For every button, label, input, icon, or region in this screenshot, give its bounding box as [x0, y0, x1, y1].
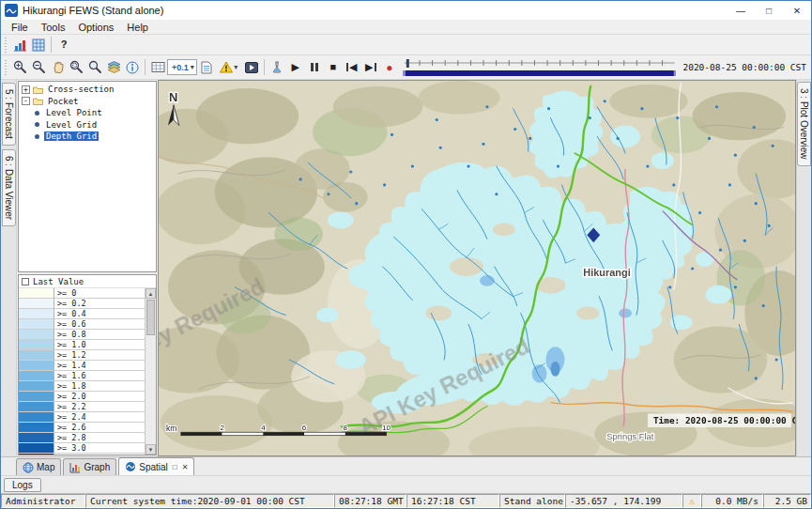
map-display-icon[interactable]: [29, 36, 48, 54]
toolbar-grip[interactable]: [3, 38, 8, 53]
profile-tool-button[interactable]: [268, 58, 286, 77]
legend-row[interactable]: >= 0.2: [19, 299, 145, 309]
minimize-button[interactable]: —: [727, 1, 755, 20]
legend-color-swatch: [19, 319, 54, 330]
scroll-track[interactable]: [146, 299, 156, 444]
legend-row[interactable]: >= 3.2: [19, 454, 145, 455]
legend-row[interactable]: >= 0.6: [19, 319, 145, 330]
layer-node-icon: [35, 134, 39, 139]
menu-help[interactable]: Help: [120, 22, 155, 33]
warning-icon: ⚠: [689, 497, 695, 506]
legend-color-swatch: [19, 433, 54, 443]
classbreak-combobox[interactable]: +0.1 ▾: [167, 59, 197, 75]
zoom-box-button[interactable]: [67, 58, 85, 77]
legend-label: >= 1.6: [54, 371, 145, 381]
pause-button[interactable]: [305, 58, 324, 77]
tab-maximize-icon[interactable]: □: [173, 463, 177, 471]
legend-row[interactable]: >= 2.6: [19, 423, 145, 433]
zoom-extent-button[interactable]: [85, 58, 104, 77]
status-warning[interactable]: ⚠: [682, 494, 701, 508]
legend-label: >= 0.8: [54, 330, 145, 340]
tab-label: Graph: [84, 462, 110, 472]
tab-plot-overview[interactable]: 3 : Plot Overview: [797, 82, 811, 166]
info-button[interactable]: [123, 58, 142, 77]
scroll-down-icon[interactable]: ▼: [146, 444, 156, 455]
legend-row[interactable]: >= 2.8: [19, 433, 145, 443]
legend-row[interactable]: >= 0: [19, 288, 145, 299]
tab-map[interactable]: Map: [16, 458, 61, 475]
legend-row[interactable]: >= 0.4: [19, 309, 145, 319]
legend-row[interactable]: >= 1.2: [19, 350, 145, 361]
tab-spatial[interactable]: Spatial □ ✕: [118, 457, 194, 475]
grid-toggle-button[interactable]: [148, 58, 167, 77]
time-slider[interactable]: [403, 57, 677, 78]
step-to-start-button[interactable]: ◀: [343, 58, 361, 77]
tab-forecast[interactable]: 5 : Forecast: [2, 83, 16, 146]
legend-color-swatch: [19, 381, 54, 392]
toolbar-grip[interactable]: [3, 60, 8, 75]
zoom-in-button[interactable]: [10, 58, 29, 77]
menu-tools[interactable]: Tools: [35, 22, 72, 33]
menu-options[interactable]: Options: [71, 22, 120, 33]
legend-row[interactable]: >= 2.2: [19, 402, 145, 412]
legend-color-swatch: [19, 402, 54, 412]
legend-label: >= 1.2: [54, 350, 145, 361]
tree-item-level-grid[interactable]: Level Grid: [19, 119, 156, 131]
record-button[interactable]: ●: [380, 58, 399, 77]
zoom-out-button[interactable]: [29, 58, 48, 77]
map-viewport[interactable]: API Key Required API Key Required Hikura…: [158, 80, 796, 456]
legend-list: >= 0>= 0.2>= 0.4>= 0.6>= 0.8>= 1.0>= 1.2…: [19, 288, 145, 455]
legend-label: >= 1.0: [54, 340, 145, 350]
tree-item-level-point[interactable]: Level Point: [19, 107, 156, 119]
scroll-up-icon[interactable]: ▲: [146, 288, 156, 299]
legend-row[interactable]: >= 1.4: [19, 361, 145, 371]
explorer-icon[interactable]: [10, 36, 29, 54]
legend-row[interactable]: >= 2.4: [19, 412, 145, 423]
collapse-icon[interactable]: -: [22, 97, 30, 105]
pan-hand-button[interactable]: [48, 58, 67, 77]
tab-data-viewer[interactable]: 6 : Data Viewer: [2, 149, 16, 226]
legend-row[interactable]: >= 1.8: [19, 381, 145, 392]
legend-row[interactable]: >= 2.0: [19, 392, 145, 402]
legend-label: >= 2.4: [54, 412, 145, 423]
main-toolbar: ?: [1, 35, 811, 55]
close-button[interactable]: ✕: [783, 1, 811, 20]
warning-dropdown-button[interactable]: ▾: [216, 58, 242, 77]
scale-tick: 4: [261, 424, 266, 432]
legend-row[interactable]: >= 3.0: [19, 443, 145, 454]
play-button[interactable]: ▶: [286, 58, 305, 77]
legend-header: Last Value: [19, 275, 156, 288]
menu-file[interactable]: File: [5, 22, 35, 33]
layers-button[interactable]: [104, 58, 123, 77]
logs-bar: Logs: [1, 475, 811, 493]
tree-item-depth-grid[interactable]: Depth Grid: [19, 131, 156, 143]
help-button[interactable]: ?: [54, 36, 73, 54]
legend-label: >= 0.4: [54, 309, 145, 319]
tab-graph[interactable]: Graph: [63, 458, 116, 475]
label-document-button[interactable]: [197, 58, 216, 77]
stop-button[interactable]: ■: [324, 58, 343, 77]
logs-button[interactable]: Logs: [4, 478, 41, 492]
animation-button[interactable]: [242, 58, 261, 77]
status-memory[interactable]: 2.5 GB: [763, 494, 811, 508]
legend-row[interactable]: >= 1.0: [19, 340, 145, 350]
tree-item-cross-section[interactable]: + Cross-section: [19, 84, 156, 96]
legend-label: >= 2.0: [54, 392, 145, 402]
legend-row[interactable]: >= 1.6: [19, 371, 145, 381]
map-canvas[interactable]: API Key Required API Key Required Hikura…: [159, 81, 795, 455]
left-dock-tabs: 5 : Forecast 6 : Data Viewer: [1, 80, 17, 456]
expand-icon[interactable]: +: [22, 85, 30, 94]
legend-scrollbar[interactable]: ▲ ▼: [145, 288, 156, 455]
help-icon: ?: [61, 39, 68, 50]
maximize-button[interactable]: □: [755, 1, 783, 20]
spatial-icon: [125, 461, 136, 472]
tree-item-pocket[interactable]: - Pocket: [19, 96, 156, 108]
tab-close-icon[interactable]: ✕: [182, 463, 189, 471]
legend-label: >= 3.2: [54, 454, 145, 455]
step-to-end-button[interactable]: ▶: [361, 58, 380, 77]
current-time-label: 2020-08-25 00:00:00 CST: [680, 60, 811, 74]
scroll-thumb[interactable]: [146, 300, 155, 335]
legend-row[interactable]: >= 0.8: [19, 330, 145, 340]
status-user: Administrator: [1, 494, 85, 508]
last-value-checkbox[interactable]: [22, 278, 29, 285]
